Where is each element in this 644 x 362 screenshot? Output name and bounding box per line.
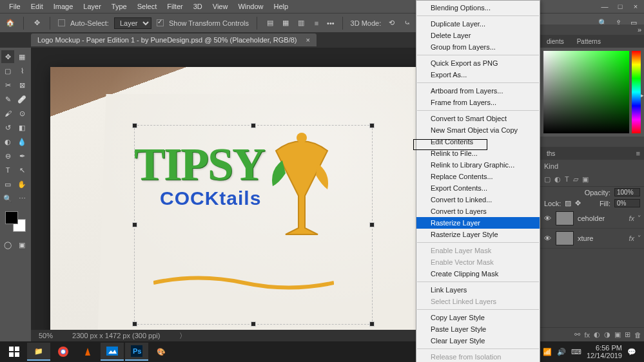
eraser-tool[interactable]: ◧	[15, 121, 28, 134]
transform-handle-bm[interactable]	[251, 321, 256, 327]
ctx-convert-to-linked[interactable]: Convert to Linked...	[416, 194, 540, 205]
patterns-tab[interactable]: Patterns	[571, 36, 607, 47]
path-select-tool[interactable]: ↖	[15, 164, 28, 176]
ctx-convert-to-layers[interactable]: Convert to Layers	[416, 205, 540, 217]
ctx-create-clipping-mask[interactable]: Create Clipping Mask	[416, 268, 540, 280]
panel-menu-icon[interactable]: ≡	[636, 149, 644, 157]
layer-row[interactable]: 👁 xture fx ˅	[540, 229, 644, 249]
menu-image[interactable]: Image	[48, 1, 79, 12]
menu-view[interactable]: View	[208, 1, 233, 12]
document-tab[interactable]: Logo Mockup - Paper Edition 1 - by PuneD…	[31, 33, 317, 46]
filter-type-icon[interactable]: T	[565, 175, 569, 184]
ctx-blending-options[interactable]: Blending Options...	[416, 2, 540, 14]
frame-tool[interactable]: ⊠	[15, 79, 28, 91]
filter-shape-icon[interactable]: ▱	[573, 175, 578, 184]
menu-layer[interactable]: Layer	[78, 1, 106, 12]
visibility-icon[interactable]: 👁	[544, 234, 552, 242]
transform-handle-tm[interactable]	[251, 123, 256, 128]
ctx-rasterize-layer-style[interactable]: Rasterize Layer Style	[416, 229, 540, 240]
lock-position-icon[interactable]: ✥	[575, 199, 581, 207]
document-canvas[interactable]: TIPSY COCKtails	[50, 67, 424, 341]
align-center-icon[interactable]: ▦	[280, 18, 291, 28]
transform-handle-mr[interactable]	[369, 222, 375, 227]
ctx-artboard-from-layers[interactable]: Artboard from Layers...	[416, 85, 540, 97]
3d-roll-icon[interactable]: ⤿	[402, 18, 412, 28]
ctx-paste-layer-style[interactable]: Paste Layer Style	[416, 323, 540, 335]
history-brush-tool[interactable]: ↺	[1, 121, 14, 134]
ctx-group-from-layers[interactable]: Group from Layers...	[416, 41, 540, 53]
color-swatch[interactable]	[5, 211, 26, 232]
align-right-icon[interactable]: ▥	[296, 18, 306, 28]
photos-taskbar[interactable]	[101, 343, 124, 361]
marquee-tool[interactable]: ▢	[1, 64, 14, 77]
crop-tool[interactable]: ✂	[1, 79, 14, 91]
auto-select-checkbox[interactable]	[58, 19, 65, 26]
layer-mask-icon[interactable]: ◐	[594, 330, 600, 339]
transform-handle-tr[interactable]	[369, 123, 375, 128]
window-minimize-button[interactable]: —	[600, 3, 609, 10]
document-tab-close[interactable]: ×	[306, 36, 310, 44]
transform-handle-ml[interactable]	[132, 222, 137, 227]
filter-adjust-icon[interactable]: ◐	[554, 175, 561, 184]
ctx-new-smart-object-via-copy[interactable]: New Smart Object via Copy	[416, 124, 540, 136]
layer-thumbnail[interactable]	[556, 211, 574, 225]
move-tool[interactable]: ✥	[1, 50, 14, 63]
lasso-tool[interactable]: ⌇	[15, 64, 28, 77]
screen-mode-tool[interactable]: ▣	[15, 238, 28, 251]
align-left-icon[interactable]: ▤	[265, 18, 275, 28]
layer-fx-icon[interactable]: fx ˅	[629, 214, 640, 223]
gradient-tool[interactable]: ◐	[1, 135, 14, 148]
paths-tab[interactable]: ths	[540, 148, 561, 159]
file-explorer-taskbar[interactable]: 📁	[27, 343, 50, 361]
layer-name[interactable]: xture	[578, 234, 593, 242]
artboard-tool[interactable]: ▦	[15, 50, 28, 63]
menu-file[interactable]: File	[4, 1, 26, 12]
distribute-icon[interactable]: ≡	[311, 18, 322, 28]
panel-collapse-icon[interactable]: »	[638, 26, 641, 33]
dodge-tool[interactable]: ⊖	[1, 149, 14, 162]
transform-bounding-box[interactable]	[134, 125, 373, 325]
layer-thumbnail[interactable]	[556, 231, 574, 245]
window-close-button[interactable]: ×	[631, 3, 640, 10]
tray-language-icon[interactable]: ⌨	[571, 348, 581, 356]
layer-fx-icon[interactable]: fx ˅	[629, 234, 640, 243]
paint-taskbar[interactable]: 🎨	[150, 343, 173, 361]
layer-style-icon[interactable]: fx	[584, 331, 590, 339]
window-maximize-button[interactable]: □	[616, 3, 625, 10]
stamp-tool[interactable]: ⊙	[15, 107, 28, 120]
delete-layer-icon[interactable]: 🗑	[634, 331, 641, 339]
start-button[interactable]	[3, 343, 26, 361]
layer-name[interactable]: ceholder	[578, 214, 605, 222]
ctx-rasterize-layer[interactable]: Rasterize Layer	[416, 217, 540, 229]
transform-handle-tl[interactable]	[132, 123, 137, 128]
eyedropper-tool[interactable]: ✎	[1, 93, 14, 106]
opacity-input[interactable]	[614, 188, 640, 196]
ctx-duplicate-layer[interactable]: Duplicate Layer...	[416, 18, 540, 30]
vlc-taskbar[interactable]	[76, 343, 99, 361]
ctx-quick-export-as-png[interactable]: Quick Export as PNG	[416, 57, 540, 69]
ctx-link-layers[interactable]: Link Layers	[416, 284, 540, 296]
menu-window[interactable]: Window	[233, 1, 268, 12]
pen-tool[interactable]: ✒	[15, 149, 28, 162]
transform-handle-br[interactable]	[369, 321, 375, 327]
brush-tool[interactable]: 🖌	[1, 107, 14, 120]
rectangle-tool[interactable]: ▭	[1, 178, 14, 191]
link-layers-icon[interactable]: ⚯	[574, 330, 580, 339]
3d-orbit-icon[interactable]: ⟲	[386, 18, 396, 28]
healing-tool[interactable]: 🩹	[15, 93, 28, 106]
visibility-icon[interactable]: 👁	[544, 214, 552, 222]
ctx-convert-to-smart-object[interactable]: Convert to Smart Object	[416, 113, 540, 124]
filter-pixel-icon[interactable]: ▢	[544, 175, 551, 184]
lock-pixels-icon[interactable]: ▨	[565, 199, 571, 207]
menu-select[interactable]: Select	[132, 1, 162, 12]
filter-smart-icon[interactable]: ▣	[582, 175, 589, 184]
more-align-icon[interactable]: •••	[327, 19, 335, 27]
blur-tool[interactable]: 💧	[15, 135, 28, 148]
transform-handle-bl[interactable]	[132, 321, 137, 327]
foreground-color[interactable]	[5, 211, 18, 224]
menu-help[interactable]: Help	[269, 1, 294, 12]
menu-filter[interactable]: Filter	[162, 1, 188, 12]
ctx-replace-contents[interactable]: Replace Contents...	[416, 171, 540, 182]
color-field[interactable]	[543, 51, 629, 133]
new-group-icon[interactable]: ▣	[614, 330, 621, 339]
